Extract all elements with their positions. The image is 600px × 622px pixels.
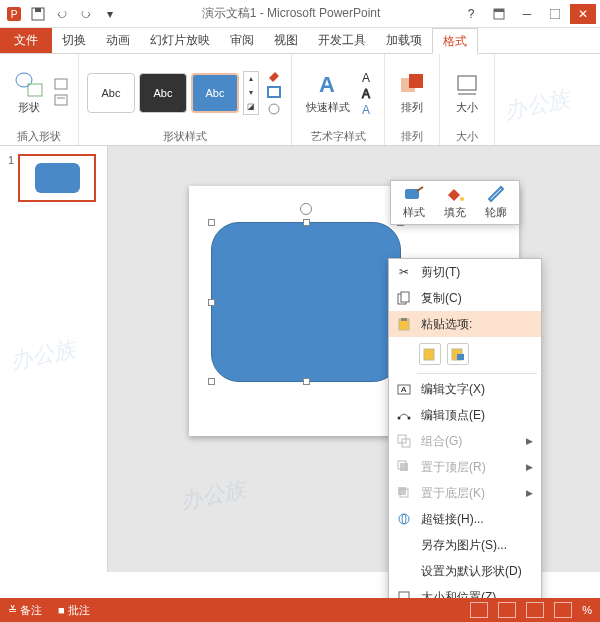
ctx-edit-text[interactable]: A 编辑文字(X) (389, 376, 541, 402)
edit-shape-icon[interactable] (54, 78, 70, 92)
tab-animation[interactable]: 动画 (96, 28, 140, 53)
ribbon: 形状 插入形状 Abc Abc Abc ▴▾◪ 形状样式 (0, 54, 600, 146)
zoom-label: % (582, 604, 592, 616)
help-icon[interactable]: ? (458, 4, 484, 24)
resize-handle[interactable] (303, 378, 310, 385)
group-label-wordart: 艺术字样式 (311, 127, 366, 145)
sorter-view-icon[interactable] (498, 602, 516, 618)
resize-handle[interactable] (303, 219, 310, 226)
ctx-hyperlink-label: 超链接(H)... (421, 511, 484, 528)
tab-format[interactable]: 格式 (432, 28, 478, 54)
edit-points-icon (395, 406, 413, 424)
status-bar: ≚ 备注 ■ 批注 % (0, 598, 600, 622)
fill-bucket-icon (444, 185, 466, 203)
svg-rect-27 (401, 318, 407, 321)
arrange-icon (399, 70, 425, 98)
arrange-button[interactable]: 排列 (393, 68, 431, 117)
ctx-edit-points-label: 编辑顶点(E) (421, 407, 485, 424)
tab-file[interactable]: 文件 (0, 28, 52, 53)
group-label-insert-shape: 插入形状 (17, 127, 61, 145)
resize-handle[interactable] (208, 299, 215, 306)
shape-outline-icon[interactable] (267, 86, 283, 100)
svg-rect-25 (401, 292, 409, 302)
quickstyle-button[interactable]: A 快速样式 (300, 68, 356, 117)
svg-rect-19 (409, 74, 423, 88)
style-preset-1[interactable]: Abc (87, 73, 135, 113)
slideshow-view-icon[interactable] (554, 602, 572, 618)
undo-icon[interactable] (52, 4, 72, 24)
ctx-edit-points[interactable]: 编辑顶点(E) (389, 402, 541, 428)
send-back-icon (395, 484, 413, 502)
paste-picture-icon[interactable] (447, 343, 469, 365)
ctx-paste-label: 粘贴选项: (421, 316, 472, 333)
ctx-set-default[interactable]: 设置为默认形状(D) (389, 558, 541, 584)
paste-keep-source-icon[interactable] (419, 343, 441, 365)
svg-point-34 (408, 417, 411, 420)
tab-transition[interactable]: 切换 (52, 28, 96, 53)
close-icon[interactable]: ✕ (570, 4, 596, 24)
mini-style-button[interactable]: 样式 (395, 185, 434, 220)
style-brush-icon (403, 185, 425, 203)
text-outline-icon[interactable]: A (360, 86, 376, 100)
svg-rect-10 (55, 95, 67, 105)
tab-addins[interactable]: 加载项 (376, 28, 432, 53)
group-arrange: 排列 排列 (385, 54, 440, 145)
tab-slideshow[interactable]: 幻灯片放映 (140, 28, 220, 53)
qat-dropdown-icon[interactable]: ▾ (100, 4, 120, 24)
maximize-icon[interactable] (542, 4, 568, 24)
reading-view-icon[interactable] (526, 602, 544, 618)
group-label-style: 形状样式 (163, 127, 207, 145)
thumbnail-shape-icon (35, 163, 80, 193)
style-preset-3[interactable]: Abc (191, 73, 239, 113)
svg-point-13 (269, 104, 279, 114)
ctx-cut[interactable]: ✂ 剪切(T) (389, 259, 541, 285)
mini-fill-button[interactable]: 填充 (436, 185, 475, 220)
text-fill-icon[interactable]: A (360, 70, 376, 84)
style-preset-2[interactable]: Abc (139, 73, 187, 113)
comments-button[interactable]: ■ 批注 (58, 603, 90, 618)
minimize-icon[interactable]: ─ (514, 4, 540, 24)
thumbnail-pane[interactable]: 1 (0, 146, 108, 572)
rotation-handle-icon[interactable] (300, 203, 312, 215)
svg-rect-12 (268, 87, 280, 97)
ctx-paste-options: 粘贴选项: (389, 311, 541, 337)
svg-text:A: A (401, 385, 407, 394)
svg-text:P: P (11, 9, 18, 20)
tab-developer[interactable]: 开发工具 (308, 28, 376, 53)
style-gallery-more[interactable]: ▴▾◪ (243, 71, 259, 115)
ribbon-display-icon[interactable] (486, 4, 512, 24)
scissors-icon: ✂ (395, 263, 413, 281)
tab-review[interactable]: 审阅 (220, 28, 264, 53)
normal-view-icon[interactable] (470, 602, 488, 618)
text-box-icon[interactable] (54, 94, 70, 108)
svg-rect-5 (494, 9, 504, 12)
save-icon[interactable] (28, 4, 48, 24)
tab-view[interactable]: 视图 (264, 28, 308, 53)
shapes-label: 形状 (18, 100, 40, 115)
ctx-copy[interactable]: 复制(C) (389, 285, 541, 311)
group-insert-shape: 形状 插入形状 (0, 54, 79, 145)
svg-point-7 (16, 73, 32, 87)
redo-icon[interactable] (76, 4, 96, 24)
shape-effects-icon[interactable] (267, 102, 283, 116)
thumb-number: 1 (8, 154, 14, 202)
resize-handle[interactable] (208, 378, 215, 385)
notes-button[interactable]: ≚ 备注 (8, 603, 42, 618)
shapes-icon (14, 70, 44, 98)
svg-rect-28 (424, 349, 434, 360)
text-effects-icon[interactable]: A (360, 102, 376, 116)
ribbon-tabs: 文件 切换 动画 幻灯片放映 审阅 视图 开发工具 加载项 格式 (0, 28, 600, 54)
ctx-paste-options-row (389, 337, 541, 371)
svg-point-42 (402, 514, 406, 524)
rounded-rect-shape[interactable] (211, 222, 401, 382)
powerpoint-icon[interactable]: P (4, 4, 24, 24)
ctx-save-as-pic[interactable]: 另存为图片(S)... (389, 532, 541, 558)
mini-outline-button[interactable]: 轮廓 (476, 185, 515, 220)
shapes-button[interactable]: 形状 (8, 68, 50, 117)
slide-thumbnail[interactable] (18, 154, 96, 202)
shape-fill-icon[interactable] (267, 70, 283, 84)
size-button[interactable]: 大小 (448, 68, 486, 117)
resize-handle[interactable] (208, 219, 215, 226)
ctx-hyperlink[interactable]: 超链接(H)... (389, 506, 541, 532)
svg-text:A: A (362, 103, 370, 116)
